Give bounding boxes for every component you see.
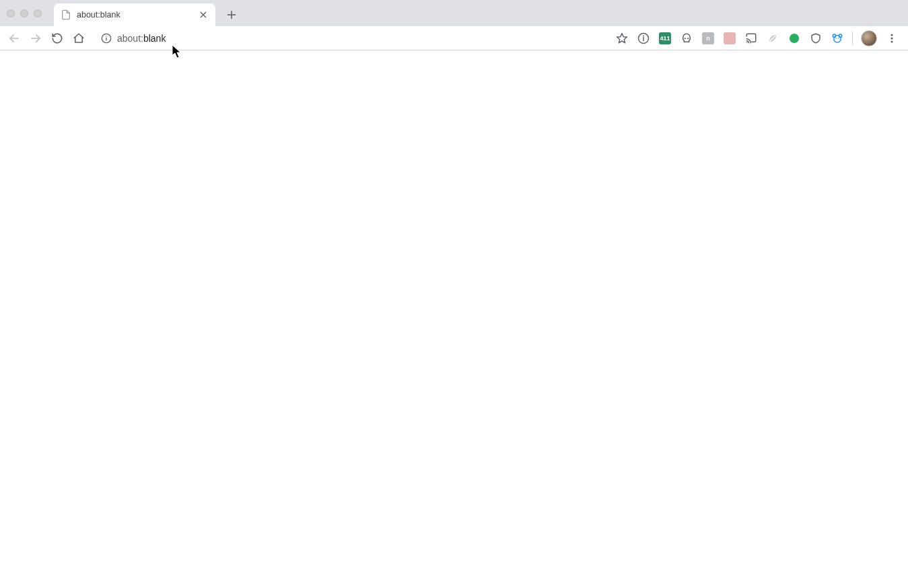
- ext-stripes[interactable]: [720, 29, 739, 48]
- svg-point-16: [834, 35, 841, 42]
- svg-point-13: [685, 37, 686, 38]
- bookmark-star-button[interactable]: [613, 29, 631, 48]
- svg-point-21: [890, 34, 893, 36]
- ext-411[interactable]: 411: [656, 29, 674, 48]
- home-button[interactable]: [69, 28, 89, 48]
- svg-point-12: [643, 35, 644, 36]
- tab-title: about:blank: [77, 10, 193, 20]
- ext-cast[interactable]: [742, 29, 761, 48]
- new-tab-button[interactable]: [222, 5, 241, 24]
- svg-marker-9: [617, 33, 627, 42]
- svg-point-15: [746, 42, 748, 43]
- window-minimize-button[interactable]: [20, 9, 28, 17]
- toolbar-separator: [852, 32, 853, 45]
- url-scheme: about:: [117, 33, 143, 44]
- tab-strip: about:blank: [0, 0, 908, 26]
- toolbar-actions: 411n: [613, 29, 904, 48]
- ext-skull[interactable]: [677, 29, 696, 48]
- forward-button[interactable]: [26, 28, 46, 48]
- ext-leaf[interactable]: [763, 29, 782, 48]
- file-icon: [61, 9, 71, 20]
- toolbar: about:blank 411n: [0, 26, 908, 50]
- browser-chrome: about:blank: [0, 0, 908, 50]
- ext-n-gray[interactable]: n: [699, 29, 718, 48]
- ext-green-dot[interactable]: [785, 29, 804, 48]
- url-text: about:blank: [117, 33, 600, 44]
- tab-active[interactable]: about:blank: [54, 3, 215, 26]
- svg-point-23: [890, 40, 893, 42]
- ext-shield[interactable]: [806, 29, 825, 48]
- back-button[interactable]: [4, 28, 24, 48]
- svg-point-18: [839, 34, 842, 38]
- extensions-row: 411n: [634, 29, 847, 48]
- ext-bear[interactable]: [828, 29, 847, 48]
- address-bar[interactable]: about:blank: [94, 29, 607, 48]
- window-zoom-button[interactable]: [34, 9, 42, 17]
- svg-point-22: [890, 37, 893, 39]
- site-info-icon[interactable]: [101, 33, 112, 44]
- tab-close-button[interactable]: [198, 9, 209, 20]
- svg-point-17: [833, 34, 836, 38]
- svg-point-8: [106, 36, 106, 36]
- reload-button[interactable]: [47, 28, 67, 48]
- svg-point-14: [687, 37, 689, 38]
- url-path: blank: [143, 33, 166, 44]
- chrome-menu-button[interactable]: [882, 29, 901, 48]
- page-content-blank: [0, 50, 908, 588]
- profile-avatar-button[interactable]: [861, 30, 877, 46]
- window-close-button[interactable]: [7, 9, 15, 17]
- svg-point-20: [838, 38, 839, 39]
- window-controls: [7, 9, 42, 17]
- svg-point-19: [835, 38, 837, 39]
- ext-info[interactable]: [634, 29, 653, 48]
